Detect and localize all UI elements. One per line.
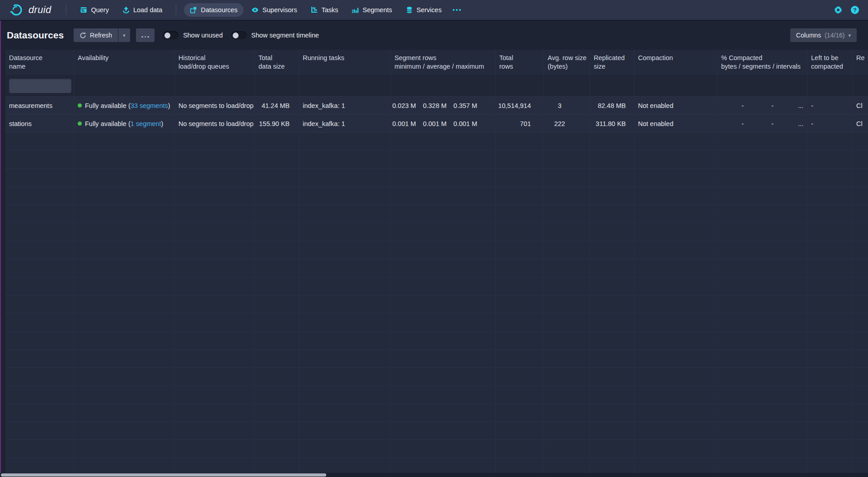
empty-cell [853, 368, 868, 385]
empty-cell [807, 422, 853, 440]
nav-item-supervisors[interactable]: Supervisors [245, 3, 303, 17]
refresh-interval-button[interactable]: ▾ [118, 28, 130, 42]
nav-item-services[interactable]: Services [400, 3, 448, 17]
empty-cell [807, 133, 853, 150]
empty-cell [299, 422, 391, 440]
empty-cell [5, 332, 74, 349]
empty-cell [74, 404, 175, 421]
empty-row [5, 368, 868, 386]
empty-cell [590, 151, 634, 168]
column-header-segment-rows[interactable]: Segment rows minimum / average / maximum [391, 50, 496, 75]
cell-total-data-size: 41.24 MB [255, 97, 299, 114]
empty-cell [544, 151, 590, 168]
empty-cell [299, 151, 391, 168]
columns-button[interactable]: Columns (14/16) ▾ [790, 28, 857, 42]
brand-name: druid [28, 4, 51, 16]
column-header-total-rows[interactable]: Total rows [496, 50, 544, 75]
column-header-left-to-be-compacted[interactable]: Left to be compacted [807, 50, 853, 75]
show-segment-timeline-switch[interactable]: Show segment timeline [231, 31, 319, 39]
empty-cell [544, 422, 590, 440]
empty-cell [496, 313, 544, 331]
refresh-icon [80, 32, 86, 39]
empty-cell [391, 440, 496, 458]
empty-cell [255, 368, 299, 385]
empty-row [5, 223, 868, 241]
column-header-total-data-size[interactable]: Total data size [255, 50, 299, 75]
empty-cell [255, 205, 299, 223]
table-row[interactable]: stations Fully available (1 segment) No … [5, 115, 868, 133]
cell-avg-row-size: 3 [544, 97, 590, 114]
nav-item-segments[interactable]: Segments [346, 3, 398, 17]
column-header-datasource-name[interactable]: Datasource name [5, 50, 74, 75]
empty-cell [391, 332, 496, 349]
cell-total-rows: 701 [496, 115, 544, 132]
nav-item-datasources[interactable]: Datasources [184, 3, 243, 17]
empty-cell [634, 386, 718, 403]
table-row[interactable]: measurements Fully available (33 segment… [5, 97, 868, 115]
empty-cell [718, 223, 807, 241]
empty-cell [299, 187, 391, 205]
empty-cell [853, 169, 868, 187]
nav-item-load-data[interactable]: Load data [117, 3, 169, 17]
more-actions-button[interactable] [136, 28, 155, 42]
datasource-filter-input[interactable] [9, 79, 71, 93]
column-header-pct-compacted[interactable]: % Compacted bytes / segments / intervals [718, 50, 807, 75]
column-header-running-tasks[interactable]: Running tasks [299, 50, 391, 75]
empty-cell [634, 404, 718, 421]
empty-cell [255, 313, 299, 331]
column-header-historical-queues[interactable]: Historical load/drop queues [175, 50, 255, 75]
empty-cell [590, 332, 634, 349]
empty-row [5, 440, 868, 458]
datasources-icon [190, 6, 197, 14]
empty-cell [391, 169, 496, 187]
column-header-avg-row-size[interactable]: Avg. row size (bytes) [544, 50, 590, 75]
segments-link[interactable]: 1 segment [131, 120, 161, 127]
empty-cell [718, 368, 807, 385]
segments-link[interactable]: 33 segments [131, 102, 168, 109]
empty-cell [544, 386, 590, 403]
empty-cell [544, 277, 590, 295]
column-header-retention[interactable]: Re [853, 50, 868, 75]
empty-cell [175, 422, 255, 440]
empty-row [5, 169, 868, 187]
nav-item-tasks[interactable]: Tasks [305, 3, 344, 17]
settings-icon[interactable] [834, 6, 842, 14]
empty-cell [255, 277, 299, 295]
filter-cell [74, 75, 175, 96]
empty-cell [175, 151, 255, 168]
empty-cell [299, 241, 391, 259]
cell-compaction: Not enabled [634, 115, 718, 132]
column-header-replicated-size[interactable]: Replicated size [590, 50, 634, 75]
empty-cell [718, 205, 807, 223]
show-unused-switch[interactable]: Show unused [163, 31, 223, 39]
empty-cell [391, 313, 496, 331]
filter-cell [255, 75, 299, 96]
empty-cell [175, 368, 255, 385]
cell-pct-compacted: --... [718, 115, 807, 132]
nav-item-label: Segments [362, 6, 392, 14]
empty-cell [74, 187, 175, 205]
empty-cell [634, 277, 718, 295]
nav-item-query[interactable]: Query [74, 3, 115, 17]
column-header-availability[interactable]: Availability [74, 50, 175, 75]
empty-cell [807, 386, 853, 403]
empty-cell [718, 295, 807, 313]
druid-brand[interactable]: druid [10, 3, 51, 17]
refresh-button[interactable]: Refresh [74, 28, 118, 42]
nav-item-label: Query [91, 6, 109, 14]
nav-more-icon[interactable] [448, 5, 465, 14]
column-header-compaction[interactable]: Compaction [634, 50, 718, 75]
empty-cell [299, 440, 391, 458]
empty-cell [718, 259, 807, 277]
horizontal-scrollbar-thumb[interactable] [1, 473, 326, 477]
empty-cell [718, 241, 807, 259]
empty-cell [5, 350, 74, 367]
cell-availability: Fully available (33 segments) [74, 97, 175, 114]
empty-cell [544, 368, 590, 385]
empty-cell [544, 169, 590, 187]
help-icon[interactable]: ? [851, 6, 859, 14]
empty-cell [175, 404, 255, 421]
empty-cell [175, 187, 255, 205]
filter-cell [496, 75, 544, 96]
switch-knob [233, 33, 239, 38]
